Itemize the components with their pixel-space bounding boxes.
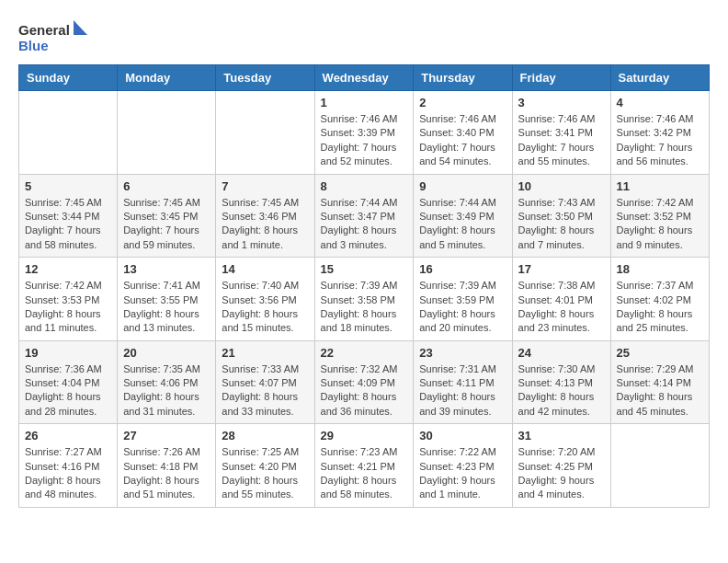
day-info: Sunrise: 7:23 AM Sunset: 4:21 PM Dayligh… xyxy=(321,445,408,502)
day-number: 15 xyxy=(321,262,408,276)
calendar-day-cell: 1Sunrise: 7:46 AM Sunset: 3:39 PM Daylig… xyxy=(314,91,414,175)
calendar-header-tuesday: Tuesday xyxy=(216,65,314,91)
calendar-day-cell: 6Sunrise: 7:45 AM Sunset: 3:45 PM Daylig… xyxy=(118,174,216,258)
day-number: 28 xyxy=(222,429,308,442)
day-number: 2 xyxy=(419,96,506,109)
calendar-day-cell: 26Sunrise: 7:27 AM Sunset: 4:16 PM Dayli… xyxy=(19,424,118,508)
calendar-day-cell: 8Sunrise: 7:44 AM Sunset: 3:47 PM Daylig… xyxy=(314,174,414,258)
day-number: 8 xyxy=(321,179,408,193)
calendar-week-row: 1Sunrise: 7:46 AM Sunset: 3:39 PM Daylig… xyxy=(19,91,710,175)
day-info: Sunrise: 7:27 AM Sunset: 4:16 PM Dayligh… xyxy=(25,445,111,502)
calendar-day-cell: 7Sunrise: 7:45 AM Sunset: 3:46 PM Daylig… xyxy=(216,174,314,258)
calendar-day-cell: 16Sunrise: 7:39 AM Sunset: 3:59 PM Dayli… xyxy=(414,258,512,341)
day-info: Sunrise: 7:41 AM Sunset: 3:55 PM Dayligh… xyxy=(123,279,210,336)
day-info: Sunrise: 7:22 AM Sunset: 4:23 PM Dayligh… xyxy=(419,445,506,502)
day-number: 5 xyxy=(25,179,111,193)
day-info: Sunrise: 7:46 AM Sunset: 3:40 PM Dayligh… xyxy=(419,112,506,169)
svg-text:General: General xyxy=(18,22,70,38)
calendar-table: SundayMondayTuesdayWednesdayThursdayFrid… xyxy=(18,64,710,508)
day-number: 26 xyxy=(25,429,111,442)
calendar-day-cell: 27Sunrise: 7:26 AM Sunset: 4:18 PM Dayli… xyxy=(118,424,216,508)
day-number: 17 xyxy=(518,262,605,276)
day-number: 21 xyxy=(222,346,308,360)
day-number: 20 xyxy=(123,346,210,360)
calendar-day-cell: 23Sunrise: 7:31 AM Sunset: 4:11 PM Dayli… xyxy=(414,340,512,424)
calendar-day-cell: 14Sunrise: 7:40 AM Sunset: 3:56 PM Dayli… xyxy=(216,258,314,341)
day-number: 18 xyxy=(617,262,703,276)
day-number: 1 xyxy=(321,96,408,109)
day-info: Sunrise: 7:46 AM Sunset: 3:41 PM Dayligh… xyxy=(518,112,605,169)
day-info: Sunrise: 7:37 AM Sunset: 4:02 PM Dayligh… xyxy=(617,279,703,336)
day-number: 30 xyxy=(419,429,506,442)
day-info: Sunrise: 7:43 AM Sunset: 3:50 PM Dayligh… xyxy=(518,196,605,253)
calendar-week-row: 26Sunrise: 7:27 AM Sunset: 4:16 PM Dayli… xyxy=(19,424,710,508)
day-info: Sunrise: 7:39 AM Sunset: 3:59 PM Dayligh… xyxy=(419,279,506,336)
day-number: 7 xyxy=(222,179,308,193)
day-info: Sunrise: 7:42 AM Sunset: 3:52 PM Dayligh… xyxy=(617,196,703,253)
calendar-day-cell: 28Sunrise: 7:25 AM Sunset: 4:20 PM Dayli… xyxy=(216,424,314,508)
day-info: Sunrise: 7:45 AM Sunset: 3:46 PM Dayligh… xyxy=(222,196,308,253)
calendar-day-cell: 18Sunrise: 7:37 AM Sunset: 4:02 PM Dayli… xyxy=(610,258,709,341)
day-info: Sunrise: 7:35 AM Sunset: 4:06 PM Dayligh… xyxy=(123,362,210,419)
calendar-day-cell: 2Sunrise: 7:46 AM Sunset: 3:40 PM Daylig… xyxy=(414,91,512,175)
calendar-day-cell xyxy=(216,91,314,175)
calendar-week-row: 19Sunrise: 7:36 AM Sunset: 4:04 PM Dayli… xyxy=(19,340,710,424)
day-info: Sunrise: 7:40 AM Sunset: 3:56 PM Dayligh… xyxy=(222,279,308,336)
calendar-header-sunday: Sunday xyxy=(19,65,118,91)
calendar-day-cell: 17Sunrise: 7:38 AM Sunset: 4:01 PM Dayli… xyxy=(512,258,610,341)
day-number: 29 xyxy=(321,429,408,442)
calendar-day-cell: 4Sunrise: 7:46 AM Sunset: 3:42 PM Daylig… xyxy=(610,91,709,175)
calendar-day-cell: 9Sunrise: 7:44 AM Sunset: 3:49 PM Daylig… xyxy=(414,174,512,258)
day-info: Sunrise: 7:44 AM Sunset: 3:47 PM Dayligh… xyxy=(321,196,408,253)
calendar-day-cell xyxy=(118,91,216,175)
logo: GeneralBlue xyxy=(18,18,92,55)
day-info: Sunrise: 7:20 AM Sunset: 4:25 PM Dayligh… xyxy=(518,445,605,502)
calendar-day-cell: 31Sunrise: 7:20 AM Sunset: 4:25 PM Dayli… xyxy=(512,424,610,508)
day-number: 9 xyxy=(419,179,506,193)
calendar-header-monday: Monday xyxy=(118,65,216,91)
calendar-day-cell: 29Sunrise: 7:23 AM Sunset: 4:21 PM Dayli… xyxy=(314,424,414,508)
calendar-day-cell: 3Sunrise: 7:46 AM Sunset: 3:41 PM Daylig… xyxy=(512,91,610,175)
day-info: Sunrise: 7:30 AM Sunset: 4:13 PM Dayligh… xyxy=(518,362,605,419)
calendar-day-cell xyxy=(610,424,709,508)
day-number: 3 xyxy=(518,96,605,109)
calendar-day-cell: 12Sunrise: 7:42 AM Sunset: 3:53 PM Dayli… xyxy=(19,258,118,341)
calendar-day-cell: 30Sunrise: 7:22 AM Sunset: 4:23 PM Dayli… xyxy=(414,424,512,508)
day-info: Sunrise: 7:46 AM Sunset: 3:39 PM Dayligh… xyxy=(321,112,408,169)
calendar-header-saturday: Saturday xyxy=(610,65,709,91)
calendar-header-thursday: Thursday xyxy=(414,65,512,91)
page-header: GeneralBlue xyxy=(18,18,710,55)
day-number: 10 xyxy=(518,179,605,193)
calendar-day-cell: 19Sunrise: 7:36 AM Sunset: 4:04 PM Dayli… xyxy=(19,340,118,424)
day-info: Sunrise: 7:46 AM Sunset: 3:42 PM Dayligh… xyxy=(617,112,703,169)
day-info: Sunrise: 7:36 AM Sunset: 4:04 PM Dayligh… xyxy=(25,362,111,419)
day-info: Sunrise: 7:44 AM Sunset: 3:49 PM Dayligh… xyxy=(419,196,506,253)
day-number: 24 xyxy=(518,346,605,360)
day-info: Sunrise: 7:38 AM Sunset: 4:01 PM Dayligh… xyxy=(518,279,605,336)
calendar-day-cell xyxy=(19,91,118,175)
calendar-header-friday: Friday xyxy=(512,65,610,91)
calendar-week-row: 12Sunrise: 7:42 AM Sunset: 3:53 PM Dayli… xyxy=(19,258,710,341)
day-info: Sunrise: 7:33 AM Sunset: 4:07 PM Dayligh… xyxy=(222,362,308,419)
day-number: 13 xyxy=(123,262,210,276)
calendar-day-cell: 21Sunrise: 7:33 AM Sunset: 4:07 PM Dayli… xyxy=(216,340,314,424)
day-number: 25 xyxy=(617,346,703,360)
day-info: Sunrise: 7:45 AM Sunset: 3:44 PM Dayligh… xyxy=(25,196,111,253)
day-number: 12 xyxy=(25,262,111,276)
calendar-day-cell: 20Sunrise: 7:35 AM Sunset: 4:06 PM Dayli… xyxy=(118,340,216,424)
day-info: Sunrise: 7:32 AM Sunset: 4:09 PM Dayligh… xyxy=(321,362,408,419)
calendar-day-cell: 25Sunrise: 7:29 AM Sunset: 4:14 PM Dayli… xyxy=(610,340,709,424)
calendar-header-row: SundayMondayTuesdayWednesdayThursdayFrid… xyxy=(19,65,710,91)
day-info: Sunrise: 7:26 AM Sunset: 4:18 PM Dayligh… xyxy=(123,445,210,502)
day-info: Sunrise: 7:45 AM Sunset: 3:45 PM Dayligh… xyxy=(123,196,210,253)
day-info: Sunrise: 7:29 AM Sunset: 4:14 PM Dayligh… xyxy=(617,362,703,419)
svg-text:Blue: Blue xyxy=(18,38,49,53)
day-number: 22 xyxy=(321,346,408,360)
day-number: 14 xyxy=(222,262,308,276)
day-number: 6 xyxy=(123,179,210,193)
calendar-day-cell: 11Sunrise: 7:42 AM Sunset: 3:52 PM Dayli… xyxy=(610,174,709,258)
calendar-day-cell: 5Sunrise: 7:45 AM Sunset: 3:44 PM Daylig… xyxy=(19,174,118,258)
day-info: Sunrise: 7:42 AM Sunset: 3:53 PM Dayligh… xyxy=(25,279,111,336)
calendar-day-cell: 15Sunrise: 7:39 AM Sunset: 3:58 PM Dayli… xyxy=(314,258,414,341)
calendar-day-cell: 24Sunrise: 7:30 AM Sunset: 4:13 PM Dayli… xyxy=(512,340,610,424)
